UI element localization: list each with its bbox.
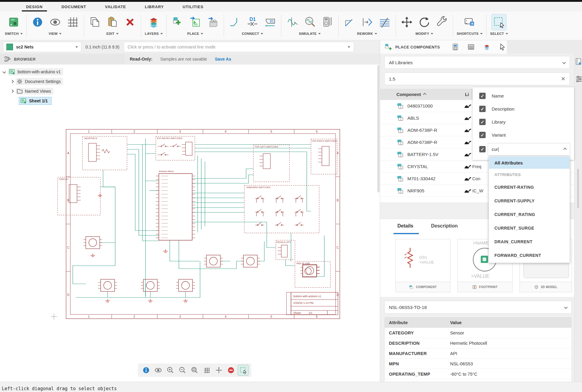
browser-header[interactable]: BROWSER (0, 54, 125, 65)
save-as-link[interactable]: Save As (215, 57, 231, 61)
view-menu[interactable]: VIEW (48, 31, 62, 35)
checkbox-checked-icon[interactable]: ✓ (479, 146, 486, 152)
tree-root-row[interactable]: bottom-with-arduino v1 (3, 67, 94, 77)
tree-item-sheet[interactable]: Sheet 1/1 (19, 96, 94, 106)
tree-item-document-settings[interactable]: Document Settings (11, 77, 94, 86)
attribute-search-combobox[interactable]: cur (488, 143, 570, 156)
shortcuts-menu[interactable]: SHORTCUTS (457, 31, 483, 35)
shortcuts-button[interactable] (462, 14, 477, 30)
option-current-rating[interactable]: CURRENT_RATING (489, 208, 570, 221)
info-button[interactable] (141, 365, 151, 375)
place-package-button[interactable] (206, 14, 220, 30)
move-button[interactable] (400, 14, 414, 30)
panel-scrollbar[interactable] (577, 169, 579, 208)
place-menu[interactable]: PLACE (187, 31, 203, 35)
select-menu[interactable]: SELECT (490, 31, 508, 35)
select-button[interactable] (492, 14, 506, 30)
command-line-input[interactable]: Click or press / to activate command lin… (124, 42, 354, 52)
origin-button[interactable] (214, 365, 224, 375)
library-manager-button[interactable] (575, 58, 582, 67)
copy-button[interactable] (88, 14, 102, 30)
option-drain-current[interactable]: DRAIN_CURRENT (489, 235, 570, 248)
place-component-button[interactable] (170, 14, 185, 30)
cursor-mode-button[interactable] (498, 42, 507, 51)
option-forward-current[interactable]: FORWARD_CURRENT (489, 248, 570, 262)
option-current-rating-dash[interactable]: CURRENT-RATING (489, 180, 570, 194)
simulate-menu[interactable]: SIMULATE (299, 31, 321, 35)
zoom-fit-button[interactable] (189, 365, 200, 375)
net-wire-button[interactable] (228, 14, 242, 30)
checkbox-checked-icon[interactable]: ✓ (479, 132, 486, 138)
checkbox-checked-icon[interactable]: ✓ (479, 93, 486, 99)
checkbox-checked-icon[interactable]: ✓ (479, 119, 486, 125)
component-column-header: Component (396, 92, 421, 97)
tab-document[interactable]: DOCUMENT (61, 3, 87, 11)
calculator-view-button[interactable] (451, 42, 460, 51)
tab-validate[interactable]: VALIDATE (104, 3, 126, 11)
switch-board-button[interactable] (6, 14, 21, 30)
edit-menu[interactable]: EDIT (106, 31, 119, 35)
canvas-scrollbar[interactable] (377, 65, 380, 192)
net-class-select[interactable]: sc2 Nets (3, 42, 81, 52)
checkbox-label: Name (492, 93, 504, 98)
list-view-button[interactable] (467, 42, 476, 51)
clear-search-icon[interactable]: ✕ (561, 76, 565, 82)
filter-option-library[interactable]: ✓ Library (479, 119, 506, 125)
grid-coordinates-readout: 0.1 inch (11.6 9.9) (85, 45, 119, 49)
change-button[interactable] (435, 14, 449, 30)
frame-row-label: D (336, 293, 339, 297)
tab-description[interactable]: Description (431, 223, 458, 229)
visibility-button[interactable] (153, 365, 163, 375)
library-filter-select[interactable]: All Libraries (384, 56, 570, 69)
option-current-surge[interactable]: CURRENT_SURGE (489, 221, 570, 235)
multimeter-button[interactable] (320, 14, 335, 30)
grid-settings-button[interactable] (65, 14, 80, 30)
filter-option-description[interactable]: ✓ Description (479, 106, 514, 112)
tab-utilities[interactable]: UTILITIES (182, 3, 204, 11)
rework-arrow-button[interactable] (360, 14, 374, 30)
zoom-out-button[interactable] (177, 365, 188, 375)
modify-menu[interactable]: MODIFY (416, 31, 433, 35)
layers-button[interactable] (146, 14, 161, 30)
search-filter-button[interactable] (575, 75, 582, 83)
place-module-button[interactable] (188, 14, 202, 30)
net-label-button[interactable]: D1 (245, 14, 260, 30)
component-search-input[interactable]: 1.5 ✕ (384, 72, 570, 85)
delete-button[interactable] (123, 14, 137, 30)
grid-button[interactable] (202, 365, 212, 375)
component-preview-card[interactable]: GS1 >VALUE COMPONENT (395, 239, 450, 292)
filter-option-attribute[interactable]: ✓ (479, 146, 486, 152)
zoom-in-button[interactable] (165, 365, 176, 375)
layers-menu[interactable]: LAYERS (145, 31, 163, 35)
rotate-button[interactable] (417, 14, 432, 30)
rework-line-button[interactable] (342, 14, 357, 30)
attribute-row: MPN NSL-06S53 (385, 359, 571, 369)
simulation-probe-button[interactable] (303, 14, 317, 30)
package-variant-select[interactable]: NSL-06S53-TO-18 (384, 301, 572, 314)
window-select-button[interactable] (238, 365, 248, 375)
option-all-attributes[interactable]: All Attributes (489, 157, 570, 169)
connect-menu[interactable]: CONNECT (242, 31, 263, 35)
info-button[interactable] (30, 14, 45, 30)
paste-button[interactable] (105, 14, 120, 30)
net-flag-button[interactable]: D1 (263, 14, 277, 30)
tab-details[interactable]: Details (397, 223, 413, 229)
checkbox-checked-icon[interactable]: ✓ (479, 106, 486, 112)
switch-menu[interactable]: SWITCH (5, 31, 23, 35)
tab-library[interactable]: LIBRARY (144, 3, 165, 11)
tab-design[interactable]: DESIGN (25, 3, 43, 11)
frame-col-label: 6 (316, 315, 318, 318)
signal-button[interactable] (285, 14, 299, 30)
ripup-button[interactable] (377, 14, 392, 30)
stop-button[interactable] (226, 365, 236, 375)
titleblock-name: bottom-with-arduino v1 (293, 295, 321, 298)
filter-option-name[interactable]: ✓ Name (479, 93, 504, 99)
tree-item-named-views[interactable]: Named Views (11, 86, 94, 96)
show-hide-button[interactable] (48, 14, 62, 30)
option-current-supply[interactable]: CURRENT-SUPPLY (489, 194, 570, 208)
place-components-tab[interactable]: PLACE COMPONENTS (380, 40, 444, 54)
rework-menu[interactable]: REWORK (357, 31, 377, 35)
filter-option-variant[interactable]: ✓ Variant (479, 132, 506, 138)
schematic-canvas[interactable]: 1 2 3 4 5 6 1 2 3 4 5 6 A B C D A B C D (0, 54, 380, 382)
layers-view-button[interactable] (482, 42, 491, 51)
